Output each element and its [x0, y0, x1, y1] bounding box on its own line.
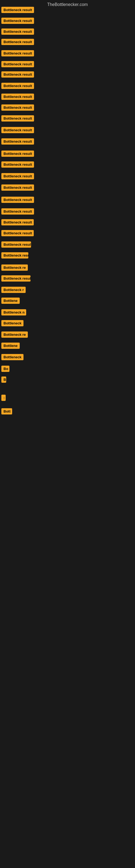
- bottleneck-result-label: Bottleneck result: [1, 50, 34, 56]
- bottleneck-result-label: Bottleneck result: [1, 230, 34, 236]
- bottleneck-item[interactable]: B: [1, 376, 6, 384]
- bottleneck-result-label: Bottleneck result: [1, 275, 31, 282]
- bottleneck-result-label: Bottleneck result: [1, 138, 34, 145]
- bottleneck-item[interactable]: Bottleneck result: [1, 29, 34, 36]
- bottleneck-result-label: Bottleneck result: [1, 161, 34, 167]
- bottleneck-result-label: Bottleneck result: [1, 115, 34, 122]
- bottleneck-result-label: B: [1, 376, 6, 383]
- bottleneck-result-label: Bottleneck result: [1, 71, 34, 78]
- bottleneck-item[interactable]: Bottleneck result: [1, 197, 34, 204]
- bottleneck-item[interactable]: Bottleneck: [1, 320, 24, 328]
- bottleneck-item[interactable]: Bottleneck result: [1, 241, 31, 249]
- bottleneck-result-label: Bottleneck result: [1, 151, 34, 157]
- bottleneck-result-label: Bottleneck re: [1, 332, 28, 338]
- bottleneck-result-label: Bottleneck result: [1, 39, 34, 45]
- bottleneck-result-label: Bottleneck result: [1, 208, 34, 215]
- bottleneck-item[interactable]: Bottleneck result: [1, 83, 34, 90]
- bottleneck-item[interactable]: Bottleneck result: [1, 230, 34, 237]
- bottleneck-item[interactable]: Bottleneck r: [1, 287, 26, 294]
- bottleneck-item[interactable]: Bottleneck result: [1, 39, 34, 46]
- bottleneck-result-label: Bottleneck result: [1, 127, 34, 133]
- bottleneck-item[interactable]: Bottleneck re: [1, 265, 28, 272]
- bottleneck-item[interactable]: Bottleneck result: [1, 184, 34, 192]
- bottleneck-result-label: Bottleneck: [1, 320, 24, 326]
- bottleneck-item[interactable]: Bottleneck result: [1, 61, 34, 68]
- bottleneck-item[interactable]: Bottleneck result: [1, 50, 34, 58]
- bottleneck-item[interactable]: Bottleneck result: [1, 138, 34, 146]
- bottleneck-result-label: Bottleneck result: [1, 241, 31, 248]
- bottleneck-result-label: Bottleneck result: [1, 83, 34, 89]
- bottleneck-result-label: Bottleneck re: [1, 265, 28, 271]
- bottleneck-result-label: Bottleneck result: [1, 61, 34, 67]
- bottleneck-result-label: Bottleneck result: [1, 219, 34, 225]
- bottleneck-item[interactable]: Bottleneck result: [1, 7, 34, 14]
- bottleneck-result-label: Bottleneck result: [1, 18, 34, 24]
- bottleneck-item[interactable]: Bottleneck result: [1, 94, 34, 101]
- bottleneck-item[interactable]: Bottleneck result: [1, 71, 34, 79]
- bottleneck-result-label: Bott: [1, 408, 12, 414]
- bottleneck-result-label: Bottleneck result: [1, 252, 28, 258]
- bottleneck-result-label: Bottleneck result: [1, 173, 34, 179]
- bottleneck-result-label: Bottleneck result: [1, 29, 34, 35]
- bottleneck-result-label: Bottlene: [1, 343, 20, 349]
- bottleneck-item[interactable]: Bottleneck: [1, 354, 24, 361]
- bottleneck-result-label: Bottleneck result: [1, 197, 34, 203]
- bottleneck-item[interactable]: Bottleneck result: [1, 275, 31, 283]
- bottleneck-item[interactable]: Bottleneck n: [1, 309, 26, 316]
- bottleneck-item[interactable]: Bo: [1, 366, 9, 373]
- bottleneck-item[interactable]: Bottleneck result: [1, 252, 28, 259]
- bottleneck-item[interactable]: Bott: [1, 408, 12, 415]
- bottleneck-item[interactable]: Bottleneck result: [1, 161, 34, 169]
- bottleneck-result-label: Bottleneck: [1, 354, 24, 360]
- bottleneck-item[interactable]: Bottleneck result: [1, 208, 34, 216]
- bottleneck-result-label: Bottleneck result: [1, 184, 34, 191]
- bottleneck-result-label: Bottleneck result: [1, 104, 34, 111]
- bottleneck-item[interactable]: Bottleneck result: [1, 173, 34, 180]
- bottleneck-item[interactable]: Bottlene: [1, 298, 20, 305]
- bottleneck-result-label: :: [1, 395, 6, 401]
- bottleneck-item[interactable]: :: [1, 395, 6, 402]
- bottleneck-result-label: Bo: [1, 366, 9, 372]
- bottleneck-result-label: Bottleneck n: [1, 309, 26, 315]
- bottleneck-result-label: Bottleneck result: [1, 94, 34, 100]
- bottleneck-result-label: Bottlene: [1, 298, 20, 304]
- bottleneck-item[interactable]: Bottleneck result: [1, 127, 34, 134]
- bottleneck-item[interactable]: Bottleneck result: [1, 18, 34, 25]
- bottleneck-item[interactable]: Bottleneck result: [1, 104, 34, 112]
- bottleneck-item[interactable]: Bottleneck result: [1, 115, 34, 123]
- bottleneck-item[interactable]: Bottleneck result: [1, 151, 34, 158]
- bottleneck-result-label: Bottleneck result: [1, 7, 34, 13]
- bottleneck-result-label: Bottleneck r: [1, 287, 26, 293]
- bottleneck-item[interactable]: Bottlene: [1, 343, 20, 350]
- bottleneck-item[interactable]: Bottleneck result: [1, 219, 34, 226]
- bottleneck-item[interactable]: Bottleneck re: [1, 332, 28, 339]
